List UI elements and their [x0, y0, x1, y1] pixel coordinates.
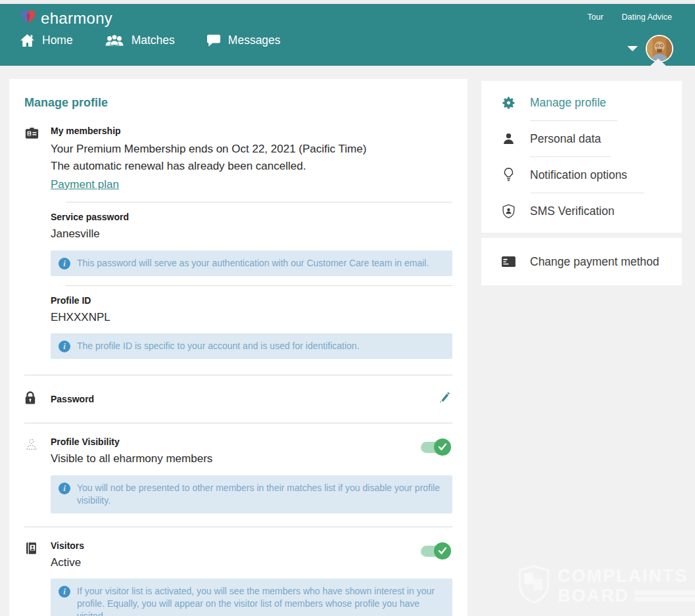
nav-matches[interactable]: Matches [105, 34, 175, 47]
messages-icon [206, 34, 221, 47]
info-icon [59, 586, 70, 598]
profile-visibility-info-text: You will not be presented to other membe… [77, 482, 443, 507]
profile-id-value: EHXXXNPL [51, 309, 452, 326]
toggle-knob-check-icon [434, 542, 451, 559]
contact-book-icon [24, 540, 51, 616]
dating-advice-link[interactable]: Dating Advice [622, 12, 672, 22]
lightbulb-icon [500, 167, 516, 183]
pencil-icon[interactable] [437, 390, 452, 408]
menu-item-sms-verification[interactable]: SMS Verification [481, 193, 682, 229]
watermark-tagline-bars [635, 588, 695, 604]
gear-icon [500, 95, 516, 110]
divider [66, 285, 452, 286]
nav-messages[interactable]: Messages [206, 34, 281, 47]
brand-name: eharmony [41, 9, 112, 28]
profile-visibility-section: Profile Visibility Visible to all eharmo… [9, 423, 467, 513]
info-icon [59, 483, 70, 494]
shield-logo-icon [517, 564, 551, 607]
main-nav: Home Matches Messages [0, 34, 695, 47]
menu-item-label: Personal data [530, 132, 601, 146]
complaintsboard-watermark: COMPLAINTS BOARD [517, 564, 695, 607]
menu-item-personal-data[interactable]: Personal data [481, 121, 682, 156]
menu-item-notification-options[interactable]: Notification options [481, 157, 682, 193]
service-password-label: Service password [51, 212, 452, 222]
avatar-menu-pointer [650, 59, 666, 66]
eharmony-logo[interactable]: eharmony [20, 9, 112, 28]
membership-card-icon [24, 126, 51, 191]
payment-plan-link[interactable]: Payment plan [51, 178, 119, 191]
manage-profile-card: Manage profile My membership Your Premiu… [9, 79, 467, 616]
person-icon [500, 131, 516, 146]
membership-line2: The automatic renewal has already been c… [51, 158, 452, 175]
membership-section: My membership Your Premium Membership en… [9, 126, 467, 191]
person-dashed-icon [24, 437, 51, 513]
profile-id-label: Profile ID [51, 295, 452, 306]
nav-home[interactable]: Home [20, 34, 73, 47]
menu-item-manage-profile[interactable]: Manage profile [481, 85, 682, 120]
profile-visibility-toggle[interactable] [421, 440, 451, 454]
heart-logo-icon [20, 9, 37, 28]
account-menu-popup: Manage profile Personal data Notificatio… [481, 81, 682, 285]
profile-id-info-text: The profile ID is specific to your accou… [77, 340, 360, 352]
home-icon [20, 34, 35, 47]
toggle-knob-check-icon [434, 438, 451, 456]
membership-label: My membership [51, 126, 452, 136]
menu-item-label: SMS Verification [530, 204, 614, 218]
shield-person-icon [500, 204, 516, 219]
visitors-value: Active [51, 554, 421, 571]
nav-messages-label: Messages [228, 34, 281, 47]
service-password-info-box: This password will serve as your authent… [51, 250, 452, 276]
nav-home-label: Home [42, 34, 73, 47]
info-icon [59, 258, 70, 270]
lock-icon [24, 390, 51, 408]
credit-card-icon [500, 256, 516, 268]
membership-line1: Your Premium Membership ends on Oct 22, … [51, 141, 452, 158]
payment-menu-card: Change payment method [481, 238, 682, 285]
menu-item-label: Notification options [530, 168, 627, 182]
menu-item-label: Manage profile [530, 96, 606, 110]
info-icon [59, 341, 70, 352]
visitors-section: Visitors Active If your visitor list is … [9, 527, 467, 616]
divider [66, 202, 452, 202]
nav-matches-label: Matches [132, 34, 175, 47]
menu-item-change-payment-method[interactable]: Change payment method [481, 244, 682, 279]
service-password-info-text: This password will serve as your authent… [77, 257, 429, 270]
account-menu-card: Manage profile Personal data Notificatio… [481, 81, 682, 233]
profile-visibility-value: Visible to all eharmony members [51, 450, 421, 467]
visitors-toggle[interactable] [421, 544, 451, 557]
menu-item-label: Change payment method [530, 255, 659, 269]
password-label: Password [51, 394, 437, 404]
visitors-label: Visitors [51, 540, 421, 551]
watermark-line1: COMPLAINTS [558, 566, 695, 586]
profile-id-info-box: The profile ID is specific to your accou… [51, 333, 452, 359]
page-title: Manage profile [24, 96, 452, 110]
chevron-down-icon[interactable] [627, 46, 638, 51]
service-password-section: Service password Janesville This passwor… [9, 212, 467, 276]
profile-id-section: Profile ID EHXXXNPL The profile ID is sp… [9, 295, 467, 360]
matches-icon [105, 34, 124, 47]
app-header: eharmony Tour Dating Advice Home Matches [0, 4, 695, 66]
watermark-line2: BOARD [558, 586, 629, 605]
service-password-value: Janesville [51, 225, 452, 243]
tour-link[interactable]: Tour [587, 12, 603, 22]
visitors-info-box: If your visitor list is activated, you w… [51, 579, 452, 616]
profile-visibility-info-box: You will not be presented to other membe… [51, 475, 452, 513]
visitors-info-text: If your visitor list is activated, you w… [77, 585, 443, 616]
password-section: Password [9, 375, 467, 423]
profile-visibility-label: Profile Visibility [51, 437, 421, 447]
